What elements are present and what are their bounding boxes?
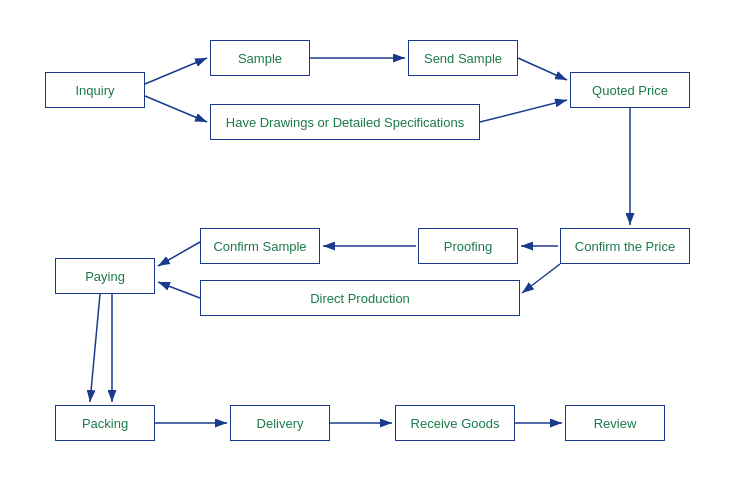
svg-line-2	[145, 96, 207, 122]
packing-box: Packing	[55, 405, 155, 441]
confirm-sample-label: Confirm Sample	[213, 239, 306, 254]
review-label: Review	[594, 416, 637, 431]
review-box: Review	[565, 405, 665, 441]
quoted-price-box: Quoted Price	[570, 72, 690, 108]
direct-production-box: Direct Production	[200, 280, 520, 316]
proofing-box: Proofing	[418, 228, 518, 264]
paying-label: Paying	[85, 269, 125, 284]
paying-box: Paying	[55, 258, 155, 294]
svg-line-1	[145, 58, 207, 84]
svg-line-10	[522, 264, 560, 293]
svg-line-4	[518, 58, 567, 80]
receive-goods-label: Receive Goods	[411, 416, 500, 431]
sample-label: Sample	[238, 51, 282, 66]
quoted-price-label: Quoted Price	[592, 83, 668, 98]
have-drawings-box: Have Drawings or Detailed Specifications	[210, 104, 480, 140]
confirm-price-box: Confirm the Price	[560, 228, 690, 264]
svg-line-5	[480, 100, 567, 122]
direct-production-label: Direct Production	[310, 291, 410, 306]
sample-box: Sample	[210, 40, 310, 76]
confirm-price-label: Confirm the Price	[575, 239, 675, 254]
svg-line-11	[158, 282, 200, 298]
packing-label: Packing	[82, 416, 128, 431]
have-drawings-label: Have Drawings or Detailed Specifications	[226, 115, 464, 130]
svg-line-12	[90, 294, 100, 402]
inquiry-label: Inquiry	[75, 83, 114, 98]
svg-line-9	[158, 242, 200, 266]
delivery-box: Delivery	[230, 405, 330, 441]
send-sample-box: Send Sample	[408, 40, 518, 76]
send-sample-label: Send Sample	[424, 51, 502, 66]
delivery-label: Delivery	[257, 416, 304, 431]
confirm-sample-box: Confirm Sample	[200, 228, 320, 264]
receive-goods-box: Receive Goods	[395, 405, 515, 441]
inquiry-box: Inquiry	[45, 72, 145, 108]
proofing-label: Proofing	[444, 239, 492, 254]
